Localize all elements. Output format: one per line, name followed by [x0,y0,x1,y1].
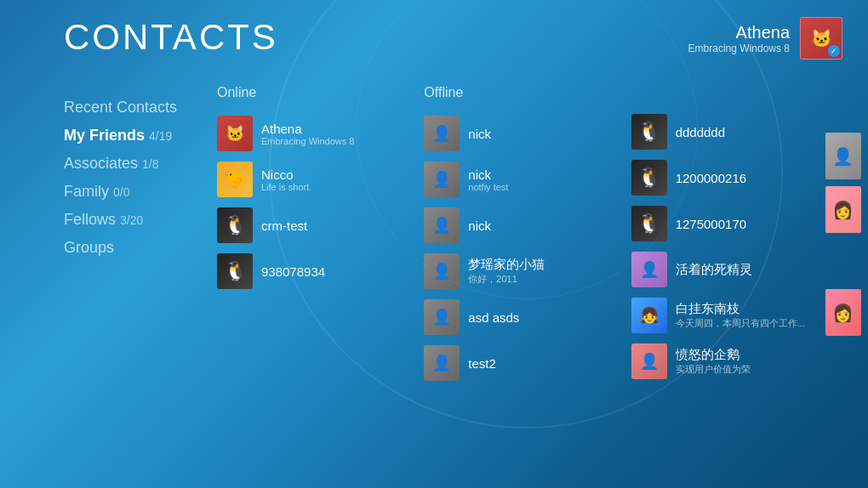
online-header: Online [213,85,403,100]
contact-avatar: 🐱 [217,116,253,151]
offline-column: Offline 👤 nick 👤 nick notfiy test 👤 nick… [411,85,618,488]
contact-crm-test[interactable]: 🐧 crm-test [213,202,403,248]
right-edge-avatar-1: 👤 [825,133,861,179]
main-content: Recent Contacts My Friends 4/19 Associat… [0,85,868,488]
contact-nick-1[interactable]: 👤 nick [420,111,609,156]
sidebar-item-family[interactable]: Family 0/0 [64,178,204,206]
right-edge-avatar-2: 👩 [825,186,861,233]
contact-avatar: 🐧 [631,114,667,150]
contact-1275000170[interactable]: 🐧 1275000170 [627,201,817,247]
contact-baigua[interactable]: 👧 白挂东南枝 今天周四，本周只有四个工作... [627,292,817,338]
contact-avatar: 🐤 [217,162,253,197]
contact-huozhe[interactable]: 👤 活着的死精灵 [627,247,817,292]
contact-info: ddddddd [676,125,813,139]
contact-info: 白挂东南枝 今天周四，本周只有四个工作... [676,301,813,330]
user-info: Athena Embracing Windows 8 [688,23,790,54]
contact-info: 1200000216 [676,171,813,185]
contact-info: crm-test [261,218,398,233]
contact-info: 愤怒的企鹅 实现用户价值为荣 [676,347,813,376]
contact-mao[interactable]: 👤 梦瑶家的小猫 你好，2011 [420,248,609,294]
contact-avatar: 👤 [424,207,460,243]
app-title: CONTACTS [64,17,278,58]
contact-nick-3[interactable]: 👤 nick [420,202,609,248]
contact-info: test2 [468,356,605,371]
user-status: Embracing Windows 8 [688,43,790,54]
user-name: Athena [688,23,790,43]
contact-info: Nicco Life is short. [261,167,398,192]
contact-asd[interactable]: 👤 asd asds [420,294,609,340]
contact-avatar: 🐧 [631,160,667,196]
contact-avatar: 🐧 [631,206,667,241]
contact-nick-2[interactable]: 👤 nick notfiy test [420,156,609,202]
user-profile[interactable]: Athena Embracing Windows 8 🐱 ✓ [688,17,842,60]
right-edge: 👤 👩 👩 [825,85,868,488]
contact-info: nick [468,218,605,233]
sidebar-item-groups[interactable]: Groups [64,234,204,262]
contact-info: 梦瑶家的小猫 你好，2011 [468,257,605,286]
contact-avatar: 👤 [424,253,460,289]
sidebar-item-associates[interactable]: Associates 1/8 [64,150,204,178]
contact-avatar: 🐧 [217,253,253,289]
contact-ddddddd[interactable]: 🐧 ddddddd [627,109,817,155]
sidebar-item-my-friends[interactable]: My Friends 4/19 [64,122,204,150]
contact-info: nick notfiy test [468,167,605,192]
offline-header: Offline [420,85,609,100]
contact-fennnu[interactable]: 👤 愤怒的企鹅 实现用户价值为荣 [627,338,817,384]
contact-avatar: 👤 [424,345,460,381]
contact-info: nick [468,127,605,141]
contact-avatar: 🐧 [217,207,253,243]
contact-info: asd asds [468,310,605,325]
contact-info: 活着的死精灵 [676,262,813,278]
contact-info: 1275000170 [676,217,813,231]
contact-info: 938078934 [261,264,398,279]
contact-avatar: 👧 [631,298,667,333]
contact-avatar: 👤 [631,343,667,379]
contact-avatar: 👤 [631,252,667,287]
contact-athena[interactable]: 🐱 Athena Embracing Windows 8 [213,111,403,156]
sidebar-item-fellows[interactable]: Fellows 3/20 [64,206,204,234]
contact-avatar: 👤 [424,116,460,151]
user-avatar[interactable]: 🐱 ✓ [800,17,842,60]
offline-column-2: 🐧 ddddddd 🐧 1200000216 🐧 1275000170 👤 [619,85,825,488]
contact-1200000216[interactable]: 🐧 1200000216 [627,155,817,201]
contact-test2[interactable]: 👤 test2 [420,340,609,386]
contact-info: Athena Embracing Windows 8 [261,122,398,146]
checkmark-badge: ✓ [828,45,840,57]
header: CONTACTS Athena Embracing Windows 8 🐱 ✓ [0,0,868,68]
contact-nicco[interactable]: 🐤 Nicco Life is short. [213,156,403,202]
right-edge-avatar-3: 👩 [825,289,861,336]
sidebar: Recent Contacts My Friends 4/19 Associat… [0,85,204,488]
contact-avatar: 👤 [424,162,460,197]
contact-938078934[interactable]: 🐧 938078934 [213,248,403,294]
online-column: Online 🐱 Athena Embracing Windows 8 🐤 Ni… [204,85,411,488]
contact-avatar: 👤 [424,299,460,335]
sidebar-item-recent[interactable]: Recent Contacts [64,94,204,122]
